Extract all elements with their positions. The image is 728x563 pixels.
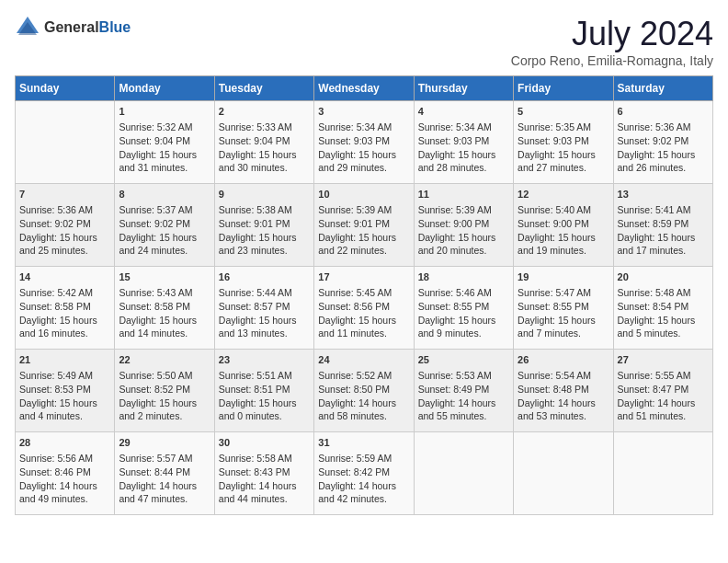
day-header-tuesday: Tuesday bbox=[214, 76, 313, 101]
cell-content: Sunrise: 5:47 AMSunset: 8:55 PMDaylight:… bbox=[518, 286, 609, 340]
logo-text-general: General bbox=[44, 19, 99, 35]
day-number: 19 bbox=[518, 270, 609, 284]
page-header: GeneralBlue July 2024 Corpo Reno, Emilia… bbox=[15, 15, 713, 68]
calendar-cell: 22Sunrise: 5:50 AMSunset: 8:52 PMDayligh… bbox=[115, 350, 214, 432]
calendar-cell: 20Sunrise: 5:48 AMSunset: 8:54 PMDayligh… bbox=[613, 267, 712, 350]
cell-content: Sunrise: 5:44 AMSunset: 8:57 PMDaylight:… bbox=[219, 286, 310, 340]
day-number: 1 bbox=[119, 105, 210, 119]
cell-content: Sunrise: 5:39 AMSunset: 9:00 PMDaylight:… bbox=[418, 203, 509, 258]
day-number: 4 bbox=[418, 105, 509, 119]
calendar-cell: 6Sunrise: 5:36 AMSunset: 9:02 PMDaylight… bbox=[613, 101, 712, 184]
day-number: 18 bbox=[418, 270, 509, 284]
logo-text-blue: Blue bbox=[99, 19, 131, 35]
cell-content: Sunrise: 5:46 AMSunset: 8:55 PMDaylight:… bbox=[418, 286, 509, 340]
week-row-1: 1Sunrise: 5:32 AMSunset: 9:04 PMDaylight… bbox=[16, 101, 713, 184]
day-number: 21 bbox=[19, 353, 110, 367]
calendar-cell: 19Sunrise: 5:47 AMSunset: 8:55 PMDayligh… bbox=[514, 267, 613, 350]
calendar-cell: 10Sunrise: 5:39 AMSunset: 9:01 PMDayligh… bbox=[314, 184, 414, 267]
calendar-cell: 28Sunrise: 5:56 AMSunset: 8:46 PMDayligh… bbox=[16, 432, 115, 515]
cell-content: Sunrise: 5:53 AMSunset: 8:49 PMDaylight:… bbox=[418, 369, 509, 423]
calendar-cell bbox=[414, 432, 513, 515]
calendar-cell: 25Sunrise: 5:53 AMSunset: 8:49 PMDayligh… bbox=[414, 350, 513, 432]
day-number: 25 bbox=[418, 353, 509, 367]
day-number: 11 bbox=[418, 188, 509, 201]
calendar-cell: 15Sunrise: 5:43 AMSunset: 8:58 PMDayligh… bbox=[115, 267, 214, 350]
day-number: 22 bbox=[119, 353, 210, 367]
calendar-cell: 27Sunrise: 5:55 AMSunset: 8:47 PMDayligh… bbox=[613, 350, 712, 432]
header-row: SundayMondayTuesdayWednesdayThursdayFrid… bbox=[16, 76, 713, 101]
calendar-cell: 9Sunrise: 5:38 AMSunset: 9:01 PMDaylight… bbox=[214, 184, 313, 267]
day-number: 8 bbox=[119, 188, 210, 201]
week-row-5: 28Sunrise: 5:56 AMSunset: 8:46 PMDayligh… bbox=[16, 432, 713, 515]
calendar-cell bbox=[514, 432, 613, 515]
cell-content: Sunrise: 5:42 AMSunset: 8:58 PMDaylight:… bbox=[19, 286, 110, 340]
cell-content: Sunrise: 5:41 AMSunset: 8:59 PMDaylight:… bbox=[618, 203, 709, 258]
cell-content: Sunrise: 5:58 AMSunset: 8:43 PMDaylight:… bbox=[219, 452, 310, 506]
day-number: 2 bbox=[219, 105, 310, 119]
calendar-cell: 24Sunrise: 5:52 AMSunset: 8:50 PMDayligh… bbox=[314, 350, 414, 432]
day-number: 5 bbox=[518, 105, 609, 119]
day-number: 15 bbox=[119, 270, 210, 284]
cell-content: Sunrise: 5:52 AMSunset: 8:50 PMDaylight:… bbox=[318, 369, 409, 423]
day-number: 26 bbox=[518, 353, 609, 367]
calendar-cell: 5Sunrise: 5:35 AMSunset: 9:03 PMDaylight… bbox=[514, 101, 613, 184]
cell-content: Sunrise: 5:51 AMSunset: 8:51 PMDaylight:… bbox=[219, 369, 310, 423]
title-block: July 2024 Corpo Reno, Emilia-Romagna, It… bbox=[511, 15, 713, 68]
logo-icon bbox=[15, 15, 40, 40]
cell-content: Sunrise: 5:35 AMSunset: 9:03 PMDaylight:… bbox=[518, 121, 609, 175]
cell-content: Sunrise: 5:39 AMSunset: 9:01 PMDaylight:… bbox=[318, 203, 409, 258]
day-number: 12 bbox=[518, 188, 609, 201]
month-title: July 2024 bbox=[511, 15, 713, 53]
calendar-cell: 4Sunrise: 5:34 AMSunset: 9:03 PMDaylight… bbox=[414, 101, 513, 184]
calendar-cell: 17Sunrise: 5:45 AMSunset: 8:56 PMDayligh… bbox=[314, 267, 414, 350]
week-row-2: 7Sunrise: 5:36 AMSunset: 9:02 PMDaylight… bbox=[16, 184, 713, 267]
calendar-table: SundayMondayTuesdayWednesdayThursdayFrid… bbox=[15, 75, 713, 515]
logo: GeneralBlue bbox=[15, 15, 131, 40]
day-number: 7 bbox=[19, 188, 110, 201]
day-number: 17 bbox=[318, 270, 409, 284]
cell-content: Sunrise: 5:36 AMSunset: 9:02 PMDaylight:… bbox=[19, 203, 110, 258]
calendar-cell: 30Sunrise: 5:58 AMSunset: 8:43 PMDayligh… bbox=[214, 432, 313, 515]
calendar-cell: 18Sunrise: 5:46 AMSunset: 8:55 PMDayligh… bbox=[414, 267, 513, 350]
calendar-cell: 8Sunrise: 5:37 AMSunset: 9:02 PMDaylight… bbox=[115, 184, 214, 267]
calendar-cell bbox=[16, 101, 115, 184]
day-number: 29 bbox=[119, 436, 210, 450]
cell-content: Sunrise: 5:59 AMSunset: 8:42 PMDaylight:… bbox=[318, 452, 409, 506]
cell-content: Sunrise: 5:34 AMSunset: 9:03 PMDaylight:… bbox=[418, 121, 509, 175]
calendar-cell: 31Sunrise: 5:59 AMSunset: 8:42 PMDayligh… bbox=[314, 432, 414, 515]
day-number: 10 bbox=[318, 188, 409, 201]
day-number: 28 bbox=[19, 436, 110, 450]
calendar-cell: 21Sunrise: 5:49 AMSunset: 8:53 PMDayligh… bbox=[16, 350, 115, 432]
calendar-cell: 16Sunrise: 5:44 AMSunset: 8:57 PMDayligh… bbox=[214, 267, 313, 350]
location-title: Corpo Reno, Emilia-Romagna, Italy bbox=[511, 53, 713, 68]
week-row-3: 14Sunrise: 5:42 AMSunset: 8:58 PMDayligh… bbox=[16, 267, 713, 350]
day-number: 27 bbox=[618, 353, 709, 367]
calendar-cell: 14Sunrise: 5:42 AMSunset: 8:58 PMDayligh… bbox=[16, 267, 115, 350]
cell-content: Sunrise: 5:43 AMSunset: 8:58 PMDaylight:… bbox=[119, 286, 210, 340]
day-number: 13 bbox=[618, 188, 709, 201]
day-header-monday: Monday bbox=[115, 76, 214, 101]
calendar-cell: 26Sunrise: 5:54 AMSunset: 8:48 PMDayligh… bbox=[514, 350, 613, 432]
day-number: 3 bbox=[318, 105, 409, 119]
cell-content: Sunrise: 5:37 AMSunset: 9:02 PMDaylight:… bbox=[119, 203, 210, 258]
cell-content: Sunrise: 5:56 AMSunset: 8:46 PMDaylight:… bbox=[19, 452, 110, 506]
calendar-cell: 12Sunrise: 5:40 AMSunset: 9:00 PMDayligh… bbox=[514, 184, 613, 267]
cell-content: Sunrise: 5:34 AMSunset: 9:03 PMDaylight:… bbox=[318, 121, 409, 175]
day-header-thursday: Thursday bbox=[414, 76, 513, 101]
cell-content: Sunrise: 5:48 AMSunset: 8:54 PMDaylight:… bbox=[618, 286, 709, 340]
calendar-cell: 29Sunrise: 5:57 AMSunset: 8:44 PMDayligh… bbox=[115, 432, 214, 515]
cell-content: Sunrise: 5:57 AMSunset: 8:44 PMDaylight:… bbox=[119, 452, 210, 506]
cell-content: Sunrise: 5:38 AMSunset: 9:01 PMDaylight:… bbox=[219, 203, 310, 258]
calendar-cell: 23Sunrise: 5:51 AMSunset: 8:51 PMDayligh… bbox=[214, 350, 313, 432]
cell-content: Sunrise: 5:45 AMSunset: 8:56 PMDaylight:… bbox=[318, 286, 409, 340]
day-number: 14 bbox=[19, 270, 110, 284]
day-number: 31 bbox=[318, 436, 409, 450]
day-header-wednesday: Wednesday bbox=[314, 76, 414, 101]
calendar-cell: 2Sunrise: 5:33 AMSunset: 9:04 PMDaylight… bbox=[214, 101, 313, 184]
cell-content: Sunrise: 5:49 AMSunset: 8:53 PMDaylight:… bbox=[19, 369, 110, 423]
calendar-cell bbox=[613, 432, 712, 515]
week-row-4: 21Sunrise: 5:49 AMSunset: 8:53 PMDayligh… bbox=[16, 350, 713, 432]
cell-content: Sunrise: 5:32 AMSunset: 9:04 PMDaylight:… bbox=[119, 121, 210, 175]
day-header-saturday: Saturday bbox=[613, 76, 712, 101]
calendar-cell: 3Sunrise: 5:34 AMSunset: 9:03 PMDaylight… bbox=[314, 101, 414, 184]
